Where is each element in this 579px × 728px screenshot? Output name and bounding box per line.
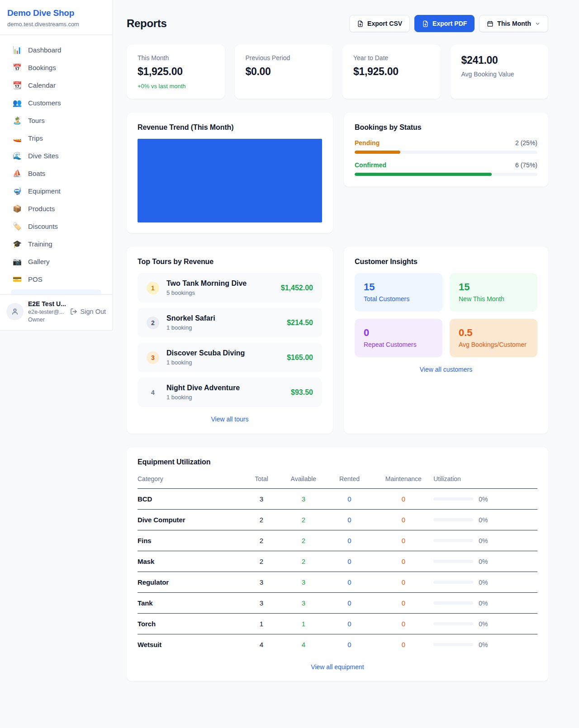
tour-name: Discover Scuba Diving (166, 349, 280, 357)
sidebar-item-calendar[interactable]: 📆Calendar (5, 76, 107, 94)
sidebar-item-selected-partial[interactable] (11, 289, 101, 294)
tile-repeat-customers: 0 Repeat Customers (355, 319, 442, 357)
cell-total: 2 (242, 510, 281, 530)
period-dropdown[interactable]: This Month (479, 15, 548, 32)
revenue-trend-title: Revenue Trend (This Month) (138, 123, 322, 132)
revenue-trend-bar (138, 139, 322, 222)
tile-total-customers: 15 Total Customers (355, 273, 442, 312)
customers-icon: 👥 (13, 99, 22, 107)
sidebar-item-bookings[interactable]: 📅Bookings (5, 59, 107, 76)
export-csv-button[interactable]: Export CSV (349, 15, 410, 32)
col-total: Total (242, 471, 281, 489)
equipment-table: Category Total Available Rented Maintena… (138, 471, 537, 655)
cell-rented: 0 (325, 510, 373, 530)
main-content: Reports Export CSV Export PDF This Month… (127, 0, 548, 681)
page-title: Reports (127, 17, 167, 30)
stat-label: Year to Date (353, 54, 430, 61)
utilization-bar (433, 601, 473, 605)
sidebar-item-boats[interactable]: ⛵Boats (5, 165, 107, 182)
utilization-percent: 0% (479, 537, 488, 544)
cell-category: Wetsuit (138, 634, 242, 655)
sidebar-item-label: Discounts (28, 222, 58, 230)
progress-track (355, 173, 537, 176)
cell-maintenance: 0 (374, 489, 434, 510)
table-row: Dive Computer 2 2 0 0 0% (138, 510, 537, 530)
period-label: This Month (497, 20, 531, 27)
rank-badge: 3 (147, 351, 159, 364)
tour-row: 4 Night Dive Adventure1 booking $93.50 (138, 378, 322, 407)
tour-bookings: 5 bookings (166, 289, 274, 296)
progress-fill (355, 173, 492, 176)
cell-rented: 0 (325, 614, 373, 634)
cell-available: 2 (281, 510, 325, 530)
cell-total: 2 (242, 551, 281, 572)
stat-cards: This Month $1,925.00 +0% vs last month P… (127, 45, 548, 99)
view-all-tours-link[interactable]: View all tours (138, 416, 322, 423)
stat-card-avg-booking-value: $241.00 Avg Booking Value (451, 45, 549, 99)
utilization-percent: 0% (479, 558, 488, 565)
tile-value: 0.5 (459, 327, 528, 339)
sidebar-item-discounts[interactable]: 🏷️Discounts (5, 217, 107, 235)
table-row: Wetsuit 4 4 0 0 0% (138, 634, 537, 655)
sidebar-item-label: Products (28, 205, 55, 213)
view-all-equipment-link[interactable]: View all equipment (138, 663, 537, 671)
user-role: Owner (28, 317, 66, 323)
sidebar-item-label: Equipment (28, 187, 61, 195)
table-row: Fins 2 2 0 0 0% (138, 530, 537, 551)
cell-category: Regulator (138, 572, 242, 593)
cell-category: Dive Computer (138, 510, 242, 530)
view-all-customers-link[interactable]: View all customers (355, 366, 537, 373)
tile-avg-bookings: 0.5 Avg Bookings/Customer (450, 319, 537, 357)
cell-rented: 0 (325, 551, 373, 572)
tile-label: Total Customers (364, 295, 433, 303)
stat-value: $1,925.00 (353, 66, 430, 78)
tile-new-this-month: 15 New This Month (450, 273, 537, 312)
tour-row: 1 Two Tank Morning Dive5 bookings $1,452… (138, 273, 322, 303)
trips-icon: 🚤 (13, 134, 22, 142)
sidebar-item-equipment[interactable]: 🤿Equipment (5, 182, 107, 200)
sidebar-nav: 📊Dashboard 📅Bookings 📆Calendar 👥Customer… (0, 35, 112, 294)
stat-card-previous-period: Previous Period $0.00 (235, 45, 333, 99)
sidebar-item-customers[interactable]: 👥Customers (5, 94, 107, 112)
cell-available: 2 (281, 551, 325, 572)
sidebar-item-label: Training (28, 240, 52, 248)
revenue-trend-card: Revenue Trend (This Month) (127, 113, 333, 233)
sidebar-item-dashboard[interactable]: 📊Dashboard (5, 41, 107, 59)
export-pdf-label: Export PDF (432, 20, 467, 27)
tour-bookings: 1 booking (166, 394, 284, 401)
avatar (6, 303, 24, 320)
tour-amount: $93.50 (291, 388, 313, 397)
utilization-percent: 0% (479, 600, 488, 607)
sidebar-item-training[interactable]: 🎓Training (5, 235, 107, 253)
cell-total: 4 (242, 634, 281, 655)
utilization-percent: 0% (479, 579, 488, 586)
cell-category: Mask (138, 551, 242, 572)
sidebar-item-label: Dive Sites (28, 152, 59, 160)
tile-value: 15 (459, 281, 528, 293)
tile-value: 15 (364, 281, 433, 293)
charts-row: Revenue Trend (This Month) Bookings by S… (127, 113, 548, 233)
insights-row: Top Tours by Revenue 1 Two Tank Morning … (127, 247, 548, 434)
shop-domain: demo.test.divestreams.com (7, 21, 105, 28)
tour-row: 2 Snorkel Safari1 booking $214.50 (138, 308, 322, 337)
tour-name: Night Dive Adventure (166, 384, 284, 392)
sidebar-item-trips[interactable]: 🚤Trips (5, 129, 107, 147)
table-row: Torch 1 1 0 0 0% (138, 614, 537, 634)
utilization-bar (433, 622, 473, 625)
insight-tiles: 15 Total Customers 15 New This Month 0 R… (355, 273, 537, 357)
sign-out-button[interactable]: Sign Out (70, 308, 106, 315)
boats-icon: ⛵ (13, 169, 22, 178)
sidebar-item-label: Calendar (28, 81, 56, 89)
calendar-icon (487, 20, 494, 27)
table-row: Regulator 3 3 0 0 0% (138, 572, 537, 593)
cell-available: 3 (281, 593, 325, 614)
sidebar-item-tours[interactable]: 🏝️Tours (5, 112, 107, 129)
export-pdf-button[interactable]: Export PDF (414, 15, 475, 32)
sidebar-item-dive-sites[interactable]: 🌊Dive Sites (5, 147, 107, 165)
person-icon (11, 307, 19, 316)
cell-rented: 0 (325, 634, 373, 655)
tile-label: Repeat Customers (364, 341, 433, 348)
sidebar-item-gallery[interactable]: 📷Gallery (5, 253, 107, 270)
sidebar-item-pos[interactable]: 💳POS (5, 270, 107, 288)
sidebar-item-products[interactable]: 📦Products (5, 200, 107, 217)
